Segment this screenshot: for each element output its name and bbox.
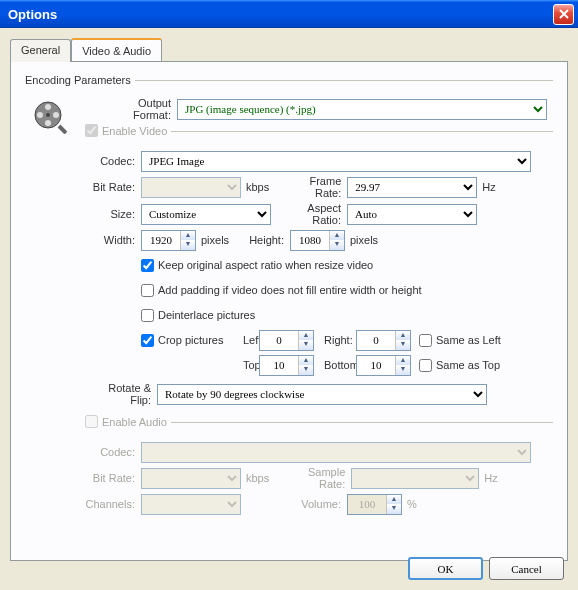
label-enable-video: Enable Video — [102, 125, 167, 137]
label-volume: Volume: — [241, 498, 347, 510]
select-rotate[interactable]: Rotate by 90 degrees clockwise — [157, 384, 487, 405]
checkbox-same-top[interactable] — [419, 359, 432, 372]
close-button[interactable] — [553, 4, 574, 25]
label-crop-top: Top: — [233, 359, 259, 371]
label-crop-bottom: Bottom: — [314, 359, 356, 371]
label-aspect: Aspect Ratio: — [271, 202, 347, 226]
dialog-buttons: OK Cancel — [408, 557, 564, 580]
titlebar: Options — [0, 0, 578, 28]
unit-kbps-1: kbps — [241, 181, 279, 193]
label-height: Height: — [239, 234, 290, 246]
cancel-button[interactable]: Cancel — [489, 557, 564, 580]
label-crop: Crop pictures — [158, 334, 223, 346]
select-video-bitrate — [141, 177, 241, 198]
checkbox-add-padding[interactable] — [141, 284, 154, 297]
input-crop-left[interactable] — [260, 331, 298, 350]
label-rotate: Rotate & Flip: — [85, 382, 157, 406]
select-output-format[interactable]: JPG (image sequence) (*.jpg) — [177, 99, 547, 120]
spin-crop-left[interactable]: ▲▼ — [259, 330, 314, 351]
checkbox-same-left[interactable] — [419, 334, 432, 347]
checkbox-deinterlace[interactable] — [141, 309, 154, 322]
input-crop-bottom[interactable] — [357, 356, 395, 375]
label-add-padding: Add padding if video does not fill entir… — [158, 284, 422, 296]
input-height[interactable] — [291, 231, 329, 250]
spin-crop-bottom[interactable]: ▲▼ — [356, 355, 411, 376]
label-deinterlace: Deinterlace pictures — [158, 309, 255, 321]
label-video-bitrate: Bit Rate: — [85, 181, 141, 193]
checkbox-enable-audio — [85, 415, 98, 428]
unit-hz-1: Hz — [477, 181, 505, 193]
spin-height[interactable]: ▲▼ — [290, 230, 345, 251]
tab-video-audio[interactable]: Video & Audio — [71, 38, 162, 61]
select-aspect[interactable]: Auto — [347, 204, 477, 225]
checkbox-enable-video — [85, 124, 98, 137]
label-channels: Channels: — [85, 498, 141, 510]
unit-kbps-2: kbps — [241, 472, 279, 484]
select-channels — [141, 494, 241, 515]
select-audio-bitrate — [141, 468, 241, 489]
window-title: Options — [8, 7, 57, 22]
select-frame-rate[interactable]: 29.97 — [347, 177, 477, 198]
group-encoding: Encoding Parameters Output Format: JPG (… — [25, 74, 553, 526]
label-video-codec: Codec: — [85, 155, 141, 167]
label-keep-aspect: Keep original aspect ratio when resize v… — [158, 259, 373, 271]
select-video-codec[interactable]: JPEG Image — [141, 151, 531, 172]
svg-point-4 — [53, 112, 59, 118]
label-enable-audio: Enable Audio — [102, 416, 167, 428]
spin-width[interactable]: ▲▼ — [141, 230, 196, 251]
spin-crop-top[interactable]: ▲▼ — [259, 355, 314, 376]
label-sample-rate: Sample Rate: — [279, 466, 351, 490]
film-reel-icon — [33, 100, 67, 136]
legend-encoding: Encoding Parameters — [25, 74, 135, 86]
ok-button[interactable]: OK — [408, 557, 483, 580]
input-crop-top[interactable] — [260, 356, 298, 375]
label-width: Width: — [85, 234, 141, 246]
input-volume — [348, 495, 386, 514]
spin-volume: ▲▼ — [347, 494, 402, 515]
checkbox-keep-aspect[interactable] — [141, 259, 154, 272]
unit-hz-2: Hz — [479, 472, 507, 484]
svg-point-2 — [45, 120, 51, 126]
tabpage-video-audio: Encoding Parameters Output Format: JPG (… — [10, 61, 568, 561]
input-width[interactable] — [142, 231, 180, 250]
svg-point-3 — [37, 112, 43, 118]
group-enable-audio: Enable Audio Codec: Bit Rate: kbps Sampl… — [85, 415, 553, 520]
spin-crop-right[interactable]: ▲▼ — [356, 330, 411, 351]
label-same-left: Same as Left — [436, 334, 501, 346]
unit-percent: % — [402, 498, 427, 510]
tabstrip: General Video & Audio — [10, 38, 568, 61]
client-area: General Video & Audio Encoding Parameter… — [0, 28, 578, 590]
label-audio-codec: Codec: — [85, 446, 141, 458]
label-frame-rate: Frame Rate: — [279, 175, 347, 199]
input-crop-right[interactable] — [357, 331, 395, 350]
label-size: Size: — [85, 208, 141, 220]
label-crop-right: Right: — [314, 334, 356, 346]
select-size[interactable]: Customize — [141, 204, 271, 225]
svg-point-5 — [46, 113, 50, 117]
label-same-top: Same as Top — [436, 359, 500, 371]
unit-pixels-1: pixels — [196, 234, 239, 246]
unit-pixels-2: pixels — [345, 234, 388, 246]
checkbox-crop[interactable] — [141, 334, 154, 347]
select-sample-rate — [351, 468, 479, 489]
select-audio-codec — [141, 442, 531, 463]
label-crop-left: Left: — [233, 334, 259, 346]
label-audio-bitrate: Bit Rate: — [85, 472, 141, 484]
label-output-format: Output Format: — [105, 97, 177, 121]
group-enable-video: Enable Video Codec: JPEG Image Bit Rate:… — [85, 124, 553, 411]
tab-general[interactable]: General — [10, 39, 71, 62]
svg-point-1 — [45, 104, 51, 110]
